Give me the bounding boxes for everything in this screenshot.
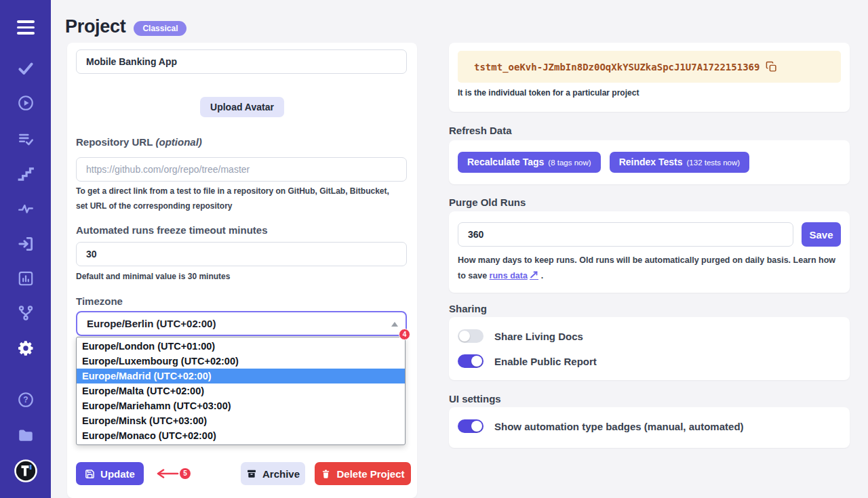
classical-badge: Classical xyxy=(134,21,186,36)
token-box: tstmt_oeKvh-JZmbIn8Dz0OqXkYSUZkaSpcJ1U7A… xyxy=(458,51,841,83)
repository-url-label: Repository URL (optional) xyxy=(76,136,202,148)
timezone-option[interactable]: Europe/Malta (UTC+02:00) xyxy=(77,383,405,398)
external-edit-icon[interactable] xyxy=(530,271,538,280)
sharing-card: Share Living Docs Enable Public Report xyxy=(449,317,850,380)
timezone-option[interactable]: Europe/London (UTC+01:00) xyxy=(77,339,405,354)
branches-git-icon[interactable] xyxy=(17,304,35,322)
toggle-knob xyxy=(459,331,470,341)
enable-public-report-toggle[interactable] xyxy=(458,354,484,368)
timezone-option[interactable]: Europe/Mariehamn (UTC+03:00) xyxy=(77,398,405,413)
purge-old-runs-card: Save How many days to keep runs. Old run… xyxy=(449,211,850,293)
help-question-icon[interactable]: ? xyxy=(17,391,35,409)
annotation-badge-4: 4 xyxy=(399,329,410,340)
timezone-option[interactable]: Europe/Minsk (UTC+03:00) xyxy=(77,413,405,428)
timezone-option[interactable]: Europe/Luxembourg (UTC+02:00) xyxy=(77,354,405,369)
form-actions: Update 5 Archive Delete Project xyxy=(76,462,408,485)
trash-icon xyxy=(321,469,331,479)
project-form-card: Upload Avatar Repository URL (optional) … xyxy=(67,43,417,498)
toggle-knob xyxy=(471,356,482,367)
timezone-select[interactable]: Europe/Berlin (UTC+02:00) xyxy=(76,311,407,336)
save-icon xyxy=(85,469,95,479)
analytics-bar-chart-icon[interactable] xyxy=(17,270,35,287)
timeout-help: Default and minimal value is 30 minutes xyxy=(76,269,230,284)
import-login-icon[interactable] xyxy=(17,235,35,253)
annotation-badge-5: 5 xyxy=(180,468,191,479)
steps-stairs-icon[interactable] xyxy=(17,165,35,183)
token-caption: It is the individual token for a particu… xyxy=(458,88,841,98)
upload-avatar-button[interactable]: Upload Avatar xyxy=(200,97,284,117)
purge-old-runs-heading: Purge Old Runs xyxy=(449,196,526,208)
project-token: tstmt_oeKvh-JZmbIn8Dz0OqXkYSUZkaSpcJ1U7A… xyxy=(474,62,760,72)
copy-token-button[interactable] xyxy=(766,61,777,72)
enable-public-report-row: Enable Public Report xyxy=(458,354,841,368)
enable-public-report-label: Enable Public Report xyxy=(494,356,597,367)
ui-settings-heading: UI settings xyxy=(449,393,501,404)
timezone-dropdown: Europe/London (UTC+01:00) Europe/Luxembo… xyxy=(76,337,406,445)
refresh-data-heading: Refresh Data xyxy=(449,125,512,136)
refresh-data-card: Recalculate Tags (8 tags now) Reindex Te… xyxy=(449,140,850,184)
app-logo[interactable] xyxy=(14,459,38,483)
ui-settings-card: Show automation type badges (manual, aut… xyxy=(449,407,850,448)
purge-save-button[interactable]: Save xyxy=(802,222,841,247)
purge-help-text: How many days to keep runs. Old runs wil… xyxy=(458,253,841,284)
automation-badges-label: Show automation type badges (manual, aut… xyxy=(494,421,744,432)
archive-icon xyxy=(246,468,257,479)
archive-button[interactable]: Archive xyxy=(241,462,305,485)
runs-data-link[interactable]: runs data xyxy=(490,271,528,281)
share-living-docs-row: Share Living Docs xyxy=(458,329,841,343)
automation-badges-row: Show automation type badges (manual, aut… xyxy=(458,419,841,433)
timezone-option-highlighted[interactable]: Europe/Madrid (UTC+02:00) xyxy=(77,369,405,383)
svg-text:?: ? xyxy=(23,395,28,404)
delete-project-button[interactable]: Delete Project xyxy=(315,462,411,485)
settings-gear-icon[interactable] xyxy=(17,339,35,357)
share-living-docs-toggle[interactable] xyxy=(458,329,484,343)
repository-url-help: To get a direct link from a test to file… xyxy=(76,184,401,213)
purge-days-input[interactable] xyxy=(458,222,793,247)
select-caret-icon xyxy=(391,322,398,327)
timezone-selected-value: Europe/Berlin (UTC+02:00) xyxy=(87,318,216,329)
token-card: tstmt_oeKvh-JZmbIn8Dz0OqXkYSUZkaSpcJ1U7A… xyxy=(449,43,850,112)
update-button[interactable]: Update xyxy=(76,462,144,485)
menu-icon[interactable] xyxy=(17,20,35,38)
repository-url-input[interactable] xyxy=(76,157,407,182)
runs-play-circle-icon[interactable] xyxy=(17,94,35,112)
sharing-heading: Sharing xyxy=(449,303,487,314)
timeout-label: Automated runs freeze timeout minutes xyxy=(76,224,268,236)
project-name-input[interactable] xyxy=(76,49,407,74)
page-title: Project xyxy=(65,16,125,37)
reindex-tests-button[interactable]: Reindex Tests (132 tests now) xyxy=(610,152,750,173)
annotation-arrow xyxy=(153,469,179,478)
tests-check-icon[interactable] xyxy=(17,60,35,77)
recalculate-tags-button[interactable]: Recalculate Tags (8 tags now) xyxy=(458,152,601,173)
plans-list-check-icon[interactable] xyxy=(17,130,35,148)
automation-badges-toggle[interactable] xyxy=(458,419,484,433)
copy-icon xyxy=(766,61,777,72)
share-living-docs-label: Share Living Docs xyxy=(494,331,583,342)
timeout-input[interactable] xyxy=(76,242,407,266)
pulse-activity-icon[interactable] xyxy=(17,200,35,217)
projects-folder-icon[interactable] xyxy=(17,426,35,444)
page-header: Project Classical xyxy=(65,16,186,37)
timezone-label: Timezone xyxy=(76,295,123,307)
toggle-knob xyxy=(471,421,482,432)
sidebar: ? xyxy=(0,0,51,498)
timezone-option[interactable]: Europe/Monaco (UTC+02:00) xyxy=(77,428,405,443)
